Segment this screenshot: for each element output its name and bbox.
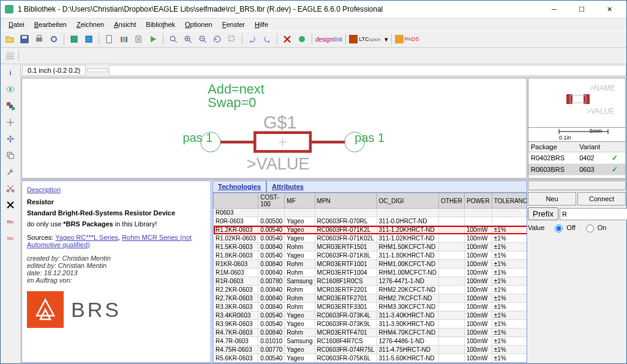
print-icon[interactable] [32, 32, 46, 46]
sheet-icon[interactable] [102, 32, 116, 46]
table-row[interactable]: R2.7KR-06030.00840RohmMCR03ERTF2701RHM2.… [214, 294, 528, 303]
svg-rect-3 [36, 38, 42, 42]
schematic-icon[interactable] [82, 32, 96, 46]
grid-icon[interactable] [3, 49, 17, 62]
table-row[interactable]: R0R-06030.00500YageoRC0603FR-070RL311-0.… [214, 217, 528, 226]
table-row[interactable]: R4.7R-06030.01010SamsungRC1608F4R7CS1276… [214, 337, 528, 346]
minimize-button[interactable]: ─ [541, 1, 568, 17]
layers-icon[interactable] [2, 98, 19, 113]
cut-icon[interactable] [2, 181, 19, 196]
value-off-radio[interactable]: Off [552, 223, 575, 232]
table-row[interactable]: R1.8KR-06030.00540YageoRC0603FR-071K8L31… [214, 251, 528, 260]
svg-rect-4 [37, 35, 41, 38]
cam-icon[interactable] [47, 32, 61, 46]
menubar: Datei Bearbeiten Zeichnen Ansicht Biblio… [1, 18, 626, 31]
desc-title: Resistor [27, 198, 206, 206]
menu-fenster[interactable]: Fenster [218, 20, 249, 29]
table-row[interactable]: R5.6KR-06030.00540YageoRC0603FR-075K6L31… [214, 354, 528, 363]
ltspice-icon[interactable]: LTC [349, 35, 369, 43]
package-table[interactable]: PackageVariant R0402BRS0402✓R0603BRS0603… [528, 142, 626, 179]
svg-rect-23 [12, 107, 15, 110]
desc-subtitle: Standard Bright-Red-Systems Resistor Dev… [27, 209, 206, 217]
canvas-value-text: >VALUE [247, 154, 310, 173]
zoom-fit-icon[interactable] [167, 32, 180, 46]
maximize-button[interactable]: ☐ [568, 1, 595, 17]
info-icon[interactable]: i [2, 65, 19, 80]
show-icon[interactable] [2, 82, 19, 97]
window-title: 1 Bibliothek - D:\Users\Christian\Dropbo… [18, 5, 541, 13]
table-row[interactable]: R2.2KR-06030.00840RohmMCR03ERTF2201RHM2.… [214, 286, 528, 294]
table-row[interactable]: R3.9KR-06030.00540YageoRC0603FR-073K9L31… [214, 320, 528, 329]
script-icon[interactable] [132, 32, 145, 46]
library-icon[interactable] [117, 32, 130, 46]
table-row[interactable]: R4.75R-06030.00770YageoRC0603FR-074R75L3… [214, 346, 528, 354]
menu-optionen[interactable]: Optionen [181, 20, 217, 29]
connect-icon[interactable]: tbc [2, 231, 19, 245]
h-scrollbar[interactable] [528, 180, 626, 190]
save-icon[interactable] [18, 32, 31, 46]
neu-button[interactable]: Neu [528, 192, 576, 206]
menu-hilfe[interactable]: Hilfe [250, 20, 272, 29]
description-link[interactable]: Description [27, 186, 61, 193]
copy-icon[interactable] [2, 148, 19, 163]
run-icon[interactable] [146, 32, 160, 46]
menu-zeichnen[interactable]: Zeichnen [72, 20, 108, 29]
package-row[interactable]: R0805BRS0805✓ [528, 176, 625, 179]
table-row[interactable]: R1M-06030.00840RohmMCR03ERTF1004RHM1.00M… [214, 269, 528, 277]
zoom-out-icon[interactable] [196, 32, 209, 46]
wrench-icon[interactable] [2, 165, 19, 179]
svg-rect-25 [9, 154, 13, 158]
app-window: 1 Bibliothek - D:\Users\Christian\Dropbo… [0, 0, 627, 364]
table-row[interactable]: R1KR-06030.00840RohmMCR03ERTF1001RHM1.00… [214, 260, 528, 269]
svg-point-5 [51, 37, 56, 42]
menu-bearbeiten[interactable]: Bearbeiten [30, 20, 71, 29]
pads-icon[interactable]: PADS [395, 35, 419, 43]
svg-text:>NAME: >NAME [590, 84, 615, 92]
table-row[interactable]: R0603 [214, 209, 528, 217]
zoom-in-icon[interactable] [181, 32, 195, 46]
table-row[interactable]: R1.02KR-06030.00540YageoRC0603FR-071K02L… [214, 234, 528, 243]
svg-rect-6 [71, 36, 77, 42]
prefix-input[interactable] [560, 208, 627, 220]
package-row[interactable]: R0603BRS0603✓ [528, 164, 625, 176]
menu-datei[interactable]: Datei [4, 20, 29, 29]
table-row[interactable]: R4.7KR-06030.00840RohmMCR03ERTF4701RHM4.… [214, 329, 528, 337]
description-panel: Description Resistor Standard Bright-Red… [21, 180, 211, 363]
go-icon[interactable] [295, 32, 309, 46]
symbol-canvas[interactable]: Add=next Swap=0 G$1 pas 1 pas 1 >VALUE [21, 78, 527, 179]
stop-icon[interactable] [280, 32, 294, 46]
zoom-redraw-icon[interactable] [211, 32, 224, 46]
table-row[interactable]: R3.4KR06030.00540YageoRC0603FR-073K4L311… [214, 311, 528, 320]
designlink-icon[interactable]: designlink [315, 36, 342, 43]
svg-point-12 [170, 36, 175, 41]
pin-icon[interactable]: tbc [2, 214, 19, 229]
coord-mode[interactable] [87, 69, 108, 72]
connect-button[interactable]: Connect [577, 192, 626, 206]
package-row[interactable]: R0402BRS0402✓ [528, 152, 625, 164]
command-input[interactable] [109, 65, 626, 76]
table-row[interactable]: R1R-06030.00780SamsungRC1608F1R0CS1276-4… [214, 277, 528, 286]
table-row[interactable]: R1.5KR-06030.00840RohmMCR03ERTF1501RHM1.… [214, 243, 528, 251]
prefix-button[interactable]: Prefix [528, 207, 558, 220]
undo-icon[interactable] [246, 32, 259, 46]
menu-ansicht[interactable]: Ansicht [110, 20, 140, 29]
tab-technologies[interactable]: Technologies [212, 180, 266, 192]
menu-bibliothek[interactable]: Bibliothek [141, 20, 179, 29]
tab-attributes[interactable]: Attributes [266, 180, 527, 192]
svg-rect-11 [126, 37, 127, 42]
delete-icon[interactable] [2, 198, 19, 212]
board-icon[interactable] [67, 32, 81, 46]
svg-text:5mm: 5mm [590, 128, 602, 134]
move-icon[interactable] [2, 132, 19, 146]
table-row[interactable]: R3.3KR-06030.00840RohmMCR03ERTF3301RHM3.… [214, 303, 528, 311]
table-row[interactable]: R1.2KR-06030.00540YageoRC0603FR-071K2L31… [214, 226, 528, 234]
attributes-grid[interactable]: COST-100MFMPNOC_DIGIOTHERPOWERTOLERANCEV… [212, 192, 527, 363]
value-on-radio[interactable]: On [583, 223, 607, 232]
close-button[interactable]: ✕ [596, 1, 623, 17]
open-icon[interactable] [3, 32, 17, 46]
zoom-select-icon[interactable] [225, 32, 239, 46]
svg-rect-0 [5, 5, 13, 13]
mark-icon[interactable] [2, 115, 19, 130]
svg-rect-18 [395, 35, 404, 43]
redo-icon[interactable] [260, 32, 274, 46]
